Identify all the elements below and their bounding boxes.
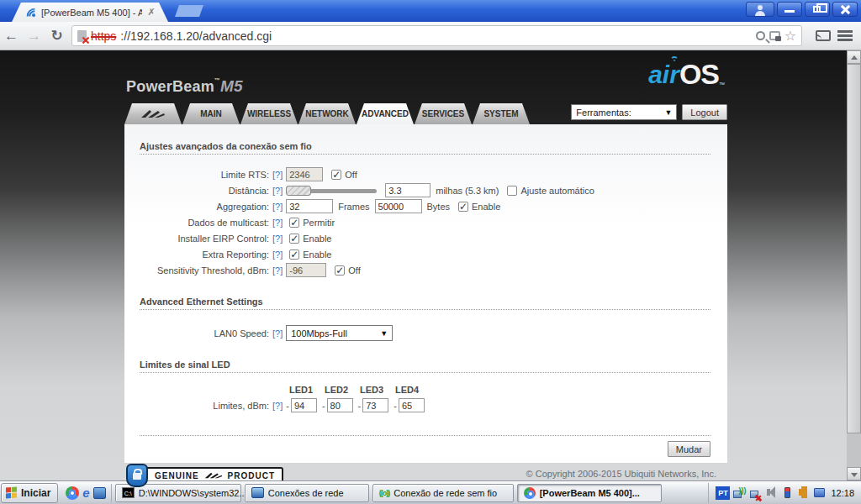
taskbar-item-wireless-connection[interactable]: ((o)) Conexão de rede sem fio (372, 484, 514, 502)
start-button[interactable]: Iniciar (1, 483, 58, 503)
aggregation-frames-input[interactable] (286, 199, 333, 213)
extra-reporting-row: Extra Reporting: [?] Enable (140, 246, 710, 262)
restore-button[interactable] (805, 2, 830, 17)
scrollbar-thumb[interactable] (847, 64, 861, 433)
tools-dropdown[interactable]: Ferramentas: ▼ (571, 104, 677, 120)
led2-input[interactable] (327, 398, 353, 412)
extra-reporting-checkbox[interactable] (289, 249, 299, 260)
address-bar[interactable]: https ://192.168.1.20/advanced.cgi ☆ (71, 25, 802, 46)
profile-button[interactable] (746, 2, 774, 17)
led4-input[interactable] (399, 398, 425, 412)
back-button[interactable]: ← (0, 28, 23, 45)
volume-icon[interactable] (797, 486, 810, 499)
sensitivity-input[interactable] (286, 263, 326, 277)
help-link[interactable]: [?] (272, 249, 286, 260)
tab-title: [PowerBeam M5 400] - Avanç (41, 8, 142, 18)
taskbar-item-network-connections[interactable]: Conexões de rede (245, 484, 369, 502)
sensitivity-row: Sensitivity Threshold, dBm: [?] Off (140, 262, 710, 278)
page-scrollbar[interactable] (847, 50, 861, 480)
lan0-speed-select[interactable]: 100Mbps-Full ▼ (286, 325, 393, 341)
multicast-allow-checkbox[interactable] (289, 218, 299, 228)
new-tab-button[interactable] (175, 5, 203, 17)
scroll-up-icon[interactable] (847, 50, 861, 64)
led3-input[interactable] (362, 398, 388, 412)
chrome-icon[interactable] (66, 486, 79, 500)
browser-tab[interactable]: [PowerBeam M5 400] - Avanç ✗ (12, 3, 168, 22)
reload-button[interactable]: ↻ (45, 27, 68, 45)
tab-network[interactable]: NETWORK (298, 103, 356, 124)
minimize-button[interactable] (777, 2, 802, 17)
taskbar-item-powerbeam[interactable]: [PowerBeam M5 400]... (517, 484, 662, 502)
wireless-icon: ((o)) (379, 489, 390, 497)
browser-menu-icon[interactable] (837, 30, 853, 41)
change-button[interactable]: Mudar (668, 441, 710, 457)
help-link[interactable]: [?] (272, 218, 286, 228)
chrome-icon (524, 487, 536, 499)
wireless-status-icon[interactable]: ))) (733, 486, 746, 499)
airos-nav: MAIN WIRELESS NETWORK ADVANCED SERVICES … (124, 103, 727, 124)
system-tray: PT ))) 12:18 (708, 483, 861, 503)
search-icon[interactable] (756, 31, 765, 40)
distance-row: Distância: [?] milhas (5.3 km) Ajuste au… (140, 182, 710, 198)
help-link[interactable]: [?] (272, 170, 286, 180)
page-viewport: PowerBeam™M5 air OS ™ MAIN WIRELESS NETW… (0, 50, 861, 480)
close-button[interactable] (832, 2, 858, 17)
cast-icon[interactable] (816, 30, 831, 41)
ubiquiti-antenna-icon (140, 108, 166, 119)
section-led-title: Limites de sinal LED (140, 360, 710, 373)
shield-lock-icon (126, 464, 148, 487)
volume-muted-icon[interactable] (765, 486, 778, 499)
distance-input[interactable] (385, 183, 430, 197)
led-headers: LED1 LED2 LED3 LED4 (289, 385, 710, 395)
ubiquiti-antenna-icon (204, 471, 223, 480)
network-connections-icon (251, 487, 264, 498)
help-link[interactable]: [?] (272, 328, 286, 339)
sensitivity-off-checkbox[interactable] (335, 265, 345, 276)
rts-off-checkbox[interactable] (331, 170, 341, 180)
tab-main[interactable]: MAIN (182, 103, 240, 124)
slider-handle[interactable] (286, 186, 311, 196)
cmd-icon: C:\ (122, 487, 135, 498)
multicast-row: Dados de multicast: [?] Permitir (140, 214, 710, 230)
quick-launch: e (61, 484, 111, 502)
insecure-page-icon[interactable] (77, 30, 87, 42)
tab-system[interactable]: SYSTEM (473, 103, 530, 124)
led1-input[interactable] (291, 398, 317, 412)
aggregation-enable-checkbox[interactable] (458, 202, 468, 212)
help-link[interactable]: [?] (272, 186, 286, 196)
aggregation-bytes-input[interactable] (375, 199, 422, 213)
desktop-icon[interactable] (93, 487, 106, 499)
help-link[interactable]: [?] (272, 234, 286, 244)
taskbar-clock: 12:18 (829, 488, 854, 498)
bookmark-star-icon[interactable]: ☆ (784, 29, 796, 43)
logout-button[interactable]: Logout (682, 104, 727, 120)
windows-logo-icon (6, 486, 18, 499)
device-preview-icon[interactable] (769, 31, 780, 40)
tab-home[interactable] (124, 103, 182, 124)
window-titlebar[interactable]: [PowerBeam M5 400] - Avanç ✗ (0, 0, 861, 22)
powerbeam-logo: PowerBeam™M5 (126, 77, 243, 96)
help-link[interactable]: [?] (272, 202, 286, 212)
network-disconnected-icon[interactable] (749, 486, 762, 499)
bottom-divider (140, 435, 710, 436)
desktop-screen: [PowerBeam M5 400] - Avanç ✗ ← → ↻ https… (0, 0, 861, 504)
battery-icon[interactable] (781, 486, 794, 499)
browser-toolbar: ← → ↻ https ://192.168.1.20/advanced.cgi… (0, 22, 861, 50)
eirp-enable-checkbox[interactable] (289, 234, 299, 244)
tab-close-icon[interactable]: ✗ (146, 7, 156, 18)
distance-slider[interactable] (286, 186, 377, 196)
section-wireless-title: Ajustes avançados da conexão sem fio (140, 141, 710, 155)
tab-advanced[interactable]: ADVANCED (357, 103, 414, 124)
language-indicator[interactable]: PT (716, 486, 730, 500)
internet-explorer-icon[interactable]: e (82, 486, 89, 499)
forward-button[interactable]: → (23, 28, 45, 45)
scroll-down-icon[interactable] (847, 467, 861, 480)
rts-input[interactable] (286, 167, 323, 181)
auto-adjust-checkbox[interactable] (507, 186, 517, 196)
help-link[interactable]: [?] (272, 265, 286, 276)
help-link[interactable]: [?] (272, 401, 286, 411)
tab-wireless[interactable]: WIRELESS (240, 103, 298, 124)
section-ethernet-title: Advanced Ethernet Settings (140, 297, 710, 310)
tab-services[interactable]: SERVICES (415, 103, 472, 124)
display-settings-icon[interactable] (813, 486, 826, 499)
